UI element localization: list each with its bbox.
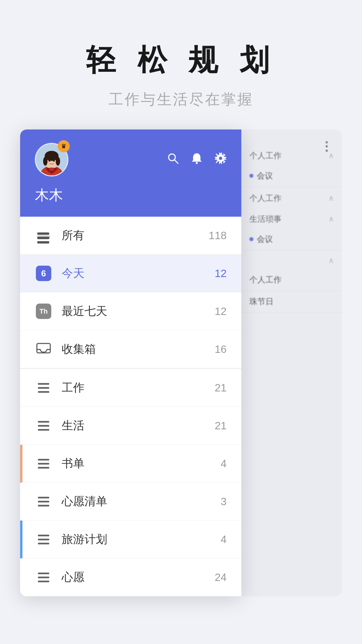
nav-icon-travel bbox=[35, 531, 52, 548]
nav-label-wish2: 心愿 bbox=[62, 570, 215, 585]
nav-label-today: 今天 bbox=[62, 266, 215, 281]
crown-badge: ♛ bbox=[58, 140, 70, 152]
svg-line-10 bbox=[175, 160, 178, 163]
right-section-2: 个人工作 ∧ bbox=[241, 187, 342, 208]
right-task-work: 个人工作 bbox=[241, 269, 342, 291]
hero-section: 轻 松 规 划 工作与生活尽在掌握 bbox=[0, 0, 362, 129]
drawer-header: ♛ bbox=[20, 129, 241, 217]
right-task-meeting-3: 会议 bbox=[241, 228, 342, 250]
nav-item-life[interactable]: 生活 21 bbox=[20, 407, 241, 445]
nav-item-today[interactable]: 6 今天 12 bbox=[20, 255, 241, 292]
username: 木木 bbox=[35, 186, 227, 205]
nav-list: 所有 118 6 今天 12 Th 最近七天 12 bbox=[20, 217, 241, 596]
nav-count-work: 21 bbox=[215, 382, 227, 394]
nav-item-travel[interactable]: 旅游计划 4 bbox=[20, 521, 241, 558]
right-task-label-4: 个人工作 bbox=[249, 275, 282, 284]
hero-title: 轻 松 规 划 bbox=[13, 40, 349, 80]
right-section-4: ∧ 个人工作 珠节日 bbox=[241, 250, 342, 313]
nav-icon-week: Th bbox=[35, 303, 52, 320]
right-section-1-title: 个人工作 bbox=[249, 150, 282, 161]
header-icons bbox=[167, 152, 227, 167]
dot-1 bbox=[249, 174, 253, 178]
more-button[interactable]: ⋮ bbox=[320, 140, 333, 154]
svg-point-6 bbox=[56, 157, 60, 166]
nav-item-week[interactable]: Th 最近七天 12 bbox=[20, 292, 241, 330]
svg-point-11 bbox=[196, 162, 198, 164]
right-section-3-title: 生活琐事 bbox=[249, 214, 282, 224]
right-chevron-2: ∧ bbox=[328, 194, 334, 203]
header-top-row: ♛ bbox=[35, 143, 227, 176]
right-task-festival: 珠节日 bbox=[241, 291, 342, 313]
nav-label-wishes: 心愿清单 bbox=[62, 494, 221, 509]
right-task-meeting-1: 会议 bbox=[241, 165, 342, 187]
right-section-2-title: 个人工作 bbox=[249, 193, 282, 204]
svg-point-5 bbox=[43, 157, 48, 166]
nav-icon-inbox bbox=[35, 340, 52, 358]
gear-icon[interactable] bbox=[215, 152, 227, 167]
nav-label-books: 书单 bbox=[62, 456, 221, 471]
svg-rect-15 bbox=[37, 343, 50, 353]
nav-count-today: 12 bbox=[215, 267, 227, 280]
right-task-label-3: 会议 bbox=[257, 234, 273, 245]
bell-icon[interactable] bbox=[191, 152, 202, 167]
right-chevron-3: ∧ bbox=[328, 215, 334, 223]
nav-icon-all bbox=[35, 227, 52, 244]
nav-icon-wishes bbox=[35, 493, 52, 510]
nav-label-life: 生活 bbox=[62, 418, 215, 433]
hero-subtitle: 工作与生活尽在掌握 bbox=[13, 90, 349, 109]
search-icon[interactable] bbox=[167, 152, 179, 167]
nav-count-travel: 4 bbox=[221, 533, 227, 546]
nav-icon-wish2 bbox=[35, 569, 52, 586]
nav-count-wish2: 24 bbox=[215, 571, 227, 584]
nav-icon-life bbox=[35, 417, 52, 434]
right-section-4-header: ∧ bbox=[241, 250, 342, 269]
svg-point-8 bbox=[53, 160, 55, 162]
app-mockup: ♛ bbox=[20, 129, 342, 596]
svg-point-7 bbox=[49, 160, 51, 162]
right-section-3-header: 生活琐事 ∧ bbox=[241, 208, 342, 228]
nav-label-week: 最近七天 bbox=[62, 304, 215, 319]
nav-label-inbox: 收集箱 bbox=[62, 341, 215, 357]
svg-point-14 bbox=[219, 157, 222, 160]
nav-label-all: 所有 bbox=[62, 228, 209, 243]
nav-label-work: 工作 bbox=[62, 380, 215, 395]
nav-icon-books bbox=[35, 455, 52, 472]
nav-count-life: 21 bbox=[215, 420, 227, 432]
nav-icon-today: 6 bbox=[35, 265, 52, 282]
nav-item-wish2[interactable]: 心愿 24 bbox=[20, 558, 241, 596]
nav-count-all: 118 bbox=[209, 229, 227, 242]
nav-count-books: 4 bbox=[221, 458, 227, 470]
dot-3 bbox=[249, 237, 253, 241]
right-task-label-5: 珠节日 bbox=[249, 297, 274, 306]
nav-item-wishes[interactable]: 心愿清单 3 bbox=[20, 483, 241, 521]
right-section-2-header: 个人工作 ∧ bbox=[241, 187, 342, 208]
nav-item-books[interactable]: 书单 4 bbox=[20, 445, 241, 483]
nav-item-inbox[interactable]: 收集箱 16 bbox=[20, 330, 241, 368]
nav-count-week: 12 bbox=[215, 305, 227, 318]
avatar-wrap[interactable]: ♛ bbox=[35, 143, 68, 176]
nav-item-all[interactable]: 所有 118 bbox=[20, 217, 241, 255]
right-task-label-1: 会议 bbox=[257, 170, 273, 181]
nav-count-wishes: 3 bbox=[221, 495, 227, 508]
nav-count-inbox: 16 bbox=[215, 343, 227, 356]
right-section-3: 生活琐事 ∧ 会议 bbox=[241, 208, 342, 250]
main-drawer: ♛ bbox=[20, 129, 241, 596]
right-panel: ⋮ 个人工作 ∧ 会议 个人工作 ∧ bbox=[241, 129, 342, 596]
nav-icon-work bbox=[35, 379, 52, 396]
nav-label-travel: 旅游计划 bbox=[62, 532, 221, 547]
nav-item-work[interactable]: 工作 21 bbox=[20, 369, 241, 407]
right-chevron-4: ∧ bbox=[328, 256, 334, 265]
